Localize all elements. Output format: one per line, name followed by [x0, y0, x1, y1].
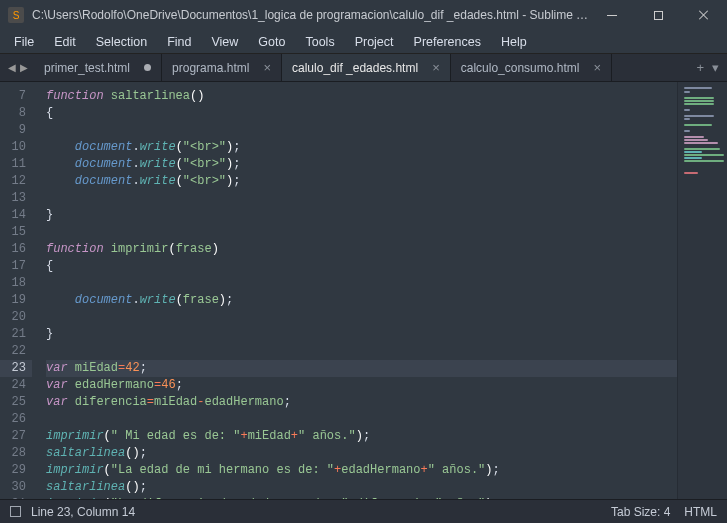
- code-line[interactable]: document.write("<br>");: [46, 139, 677, 156]
- line-number[interactable]: 21: [0, 326, 32, 343]
- menu-project[interactable]: Project: [345, 32, 404, 52]
- line-number[interactable]: 30: [0, 479, 32, 496]
- code-line[interactable]: document.write("<br>");: [46, 156, 677, 173]
- tab-programa-html[interactable]: programa.html×: [162, 54, 282, 81]
- line-number[interactable]: 18: [0, 275, 32, 292]
- line-gutter[interactable]: 7891011121314151617181920212223242526272…: [0, 82, 38, 499]
- tab-label: programa.html: [172, 61, 249, 75]
- menu-help[interactable]: Help: [491, 32, 537, 52]
- line-number[interactable]: 19: [0, 292, 32, 309]
- line-number[interactable]: 13: [0, 190, 32, 207]
- code-line[interactable]: saltarlinea();: [46, 479, 677, 496]
- code-line[interactable]: var miEdad=42;: [46, 360, 677, 377]
- tab-size[interactable]: Tab Size: 4: [611, 505, 670, 519]
- minimap-line: [684, 118, 690, 120]
- code-line[interactable]: saltarlinea();: [46, 445, 677, 462]
- code-line[interactable]: var diferencia=miEdad-edadHermano;: [46, 394, 677, 411]
- code-line[interactable]: [46, 309, 677, 326]
- code-line[interactable]: function imprimir(frase): [46, 241, 677, 258]
- menu-edit[interactable]: Edit: [44, 32, 86, 52]
- minimap-line: [684, 148, 720, 150]
- code-line[interactable]: {: [46, 105, 677, 122]
- line-number[interactable]: 12: [0, 173, 32, 190]
- line-number[interactable]: 20: [0, 309, 32, 326]
- line-number[interactable]: 28: [0, 445, 32, 462]
- code-line[interactable]: imprimir("La edad de mi hermano es de: "…: [46, 462, 677, 479]
- line-number[interactable]: 24: [0, 377, 32, 394]
- menu-view[interactable]: View: [201, 32, 248, 52]
- tab-nav-arrows: ◀ ▶: [0, 54, 34, 81]
- code-line[interactable]: [46, 190, 677, 207]
- maximize-button[interactable]: [635, 0, 681, 30]
- tab-close-icon[interactable]: ×: [432, 61, 440, 74]
- line-number[interactable]: 27: [0, 428, 32, 445]
- new-tab-button[interactable]: +: [696, 60, 704, 75]
- syntax-mode[interactable]: HTML: [684, 505, 717, 519]
- code-line[interactable]: document.write(frase);: [46, 292, 677, 309]
- title-bar: S C:\Users\Rodolfo\OneDrive\Documentos\1…: [0, 0, 727, 30]
- nav-back-icon[interactable]: ◀: [8, 62, 16, 73]
- code-line[interactable]: document.write("<br>");: [46, 173, 677, 190]
- line-number[interactable]: 8: [0, 105, 32, 122]
- code-line[interactable]: }: [46, 207, 677, 224]
- code-area[interactable]: function saltarlinea(){ document.write("…: [38, 82, 677, 499]
- line-number[interactable]: 17: [0, 258, 32, 275]
- line-number[interactable]: 22: [0, 343, 32, 360]
- minimap-line: [684, 154, 724, 156]
- minimize-button[interactable]: [589, 0, 635, 30]
- tab-label: calulo_dif _edades.html: [292, 61, 418, 75]
- line-number[interactable]: 10: [0, 139, 32, 156]
- tab-close-icon[interactable]: ×: [593, 61, 601, 74]
- minimap-line: [684, 115, 714, 117]
- tab-primer-test-html[interactable]: primer_test.html: [34, 54, 162, 81]
- menu-tools[interactable]: Tools: [295, 32, 344, 52]
- code-line[interactable]: [46, 275, 677, 292]
- code-line[interactable]: function saltarlinea(): [46, 88, 677, 105]
- tab-calculo-consumo-html[interactable]: calculo_consumo.html×: [451, 54, 612, 81]
- code-line[interactable]: var edadHermano=46;: [46, 377, 677, 394]
- menu-goto[interactable]: Goto: [248, 32, 295, 52]
- line-number[interactable]: 15: [0, 224, 32, 241]
- code-line[interactable]: [46, 343, 677, 360]
- minimap-line: [684, 142, 718, 144]
- line-number[interactable]: 23: [0, 360, 32, 377]
- cursor-position[interactable]: Line 23, Column 14: [31, 505, 135, 519]
- line-number[interactable]: 29: [0, 462, 32, 479]
- menu-bar: FileEditSelectionFindViewGotoToolsProjec…: [0, 30, 727, 54]
- minimap-line: [684, 109, 690, 111]
- code-line[interactable]: imprimir(" Mi edad es de: "+miEdad+" año…: [46, 428, 677, 445]
- code-line[interactable]: }: [46, 326, 677, 343]
- line-number[interactable]: 16: [0, 241, 32, 258]
- panel-toggle-icon[interactable]: [10, 506, 21, 517]
- minimap-line: [684, 157, 702, 159]
- minimap[interactable]: [677, 82, 727, 499]
- editor-area: 7891011121314151617181920212223242526272…: [0, 82, 727, 499]
- tab-menu-button[interactable]: ▾: [712, 60, 719, 75]
- close-button[interactable]: [681, 0, 727, 30]
- nav-forward-icon[interactable]: ▶: [20, 62, 28, 73]
- code-line[interactable]: {: [46, 258, 677, 275]
- menu-find[interactable]: Find: [157, 32, 201, 52]
- line-number[interactable]: 14: [0, 207, 32, 224]
- tab-close-icon[interactable]: ×: [263, 61, 271, 74]
- minimap-viewport[interactable]: [678, 82, 727, 158]
- line-number[interactable]: 25: [0, 394, 32, 411]
- tab-label: calculo_consumo.html: [461, 61, 580, 75]
- app-logo-icon: S: [8, 7, 24, 23]
- code-line[interactable]: [46, 411, 677, 428]
- code-line[interactable]: [46, 122, 677, 139]
- menu-selection[interactable]: Selection: [86, 32, 157, 52]
- line-number[interactable]: 26: [0, 411, 32, 428]
- line-number[interactable]: 9: [0, 122, 32, 139]
- code-line[interactable]: imprimir("La diferencia de edades es de:…: [46, 496, 677, 499]
- line-number[interactable]: 7: [0, 88, 32, 105]
- tab-dirty-dot-icon: [144, 64, 151, 71]
- menu-file[interactable]: File: [4, 32, 44, 52]
- code-line[interactable]: [46, 224, 677, 241]
- minimap-line: [684, 87, 712, 89]
- tab-calulo-dif-edades-html[interactable]: calulo_dif _edades.html×: [282, 54, 451, 81]
- tabs-row: ◀ ▶ primer_test.htmlprograma.html×calulo…: [0, 54, 727, 82]
- menu-preferences[interactable]: Preferences: [404, 32, 491, 52]
- line-number[interactable]: 11: [0, 156, 32, 173]
- line-number[interactable]: 31: [0, 496, 32, 499]
